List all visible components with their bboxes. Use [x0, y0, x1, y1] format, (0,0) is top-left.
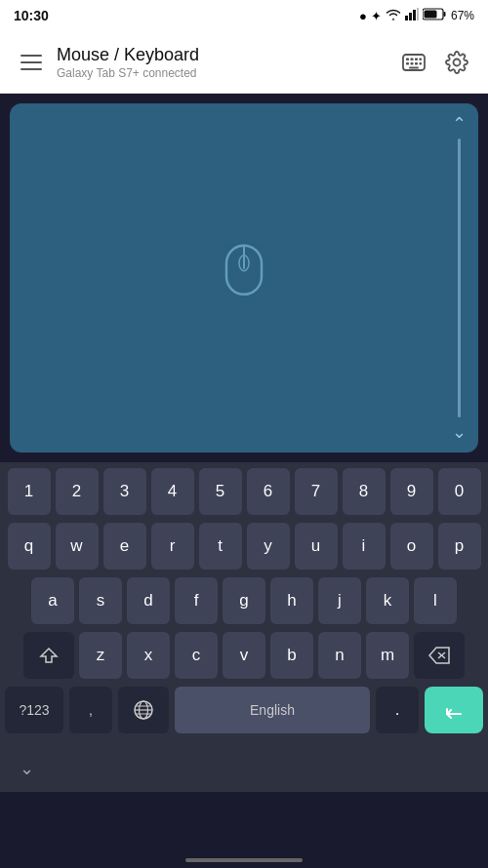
key-t[interactable]: t — [199, 523, 242, 570]
bottom-bar: ⌄ — [0, 745, 488, 792]
svg-rect-15 — [420, 62, 423, 65]
svg-rect-8 — [406, 58, 409, 60]
app-bar: Mouse / Keyboard Galaxy Tab S7+ connecte… — [0, 31, 488, 94]
chevron-down-icon[interactable]: ⌄ — [20, 758, 34, 779]
symbol-key[interactable]: ?123 — [5, 687, 63, 733]
key-0[interactable]: 0 — [438, 468, 481, 515]
backspace-key[interactable] — [414, 632, 465, 679]
bluetooth-icon: ✦ — [371, 9, 382, 23]
status-icons: ● ✦ 67% — [359, 7, 474, 24]
key-e[interactable]: e — [103, 523, 146, 570]
svg-rect-13 — [411, 62, 414, 65]
key-y[interactable]: y — [247, 523, 290, 570]
status-bar: 10:30 ● ✦ 67% — [0, 0, 488, 31]
key-x[interactable]: x — [127, 632, 170, 679]
app-bar-title-block: Mouse / Keyboard Galaxy Tab S7+ connecte… — [57, 45, 394, 80]
key-2[interactable]: 2 — [56, 468, 99, 515]
key-g[interactable]: g — [223, 577, 265, 624]
key-p[interactable]: p — [438, 523, 481, 570]
asdf-row: a s d f g h j k l — [2, 577, 486, 624]
key-s[interactable]: s — [79, 577, 122, 624]
connection-status: Galaxy Tab S7+ connected — [57, 66, 394, 80]
scroll-up-icon[interactable]: ⌃ — [452, 113, 467, 135]
key-5[interactable]: 5 — [199, 468, 242, 515]
home-indicator — [185, 858, 303, 862]
key-6[interactable]: 6 — [247, 468, 290, 515]
zxcv-row: z x c v b n m — [2, 632, 486, 679]
svg-rect-11 — [420, 58, 423, 60]
key-8[interactable]: 8 — [343, 468, 386, 515]
key-4[interactable]: 4 — [151, 468, 194, 515]
battery-percent: 67% — [451, 9, 474, 22]
key-n[interactable]: n — [318, 632, 361, 679]
battery-icon — [423, 8, 446, 23]
bottom-row: ?123 , English . — [2, 687, 486, 733]
key-d[interactable]: d — [127, 577, 170, 624]
smartstay-icon: ● — [359, 9, 367, 23]
key-k[interactable]: k — [366, 577, 409, 624]
keyboard-area: 1 2 3 4 5 6 7 8 9 0 q w e r t y u i o p … — [0, 462, 488, 745]
globe-key[interactable] — [118, 687, 169, 733]
key-o[interactable]: o — [390, 523, 433, 570]
app-bar-actions — [394, 43, 476, 82]
space-key[interactable]: English — [175, 687, 370, 733]
svg-rect-12 — [406, 62, 409, 65]
svg-rect-1 — [409, 13, 412, 20]
key-9[interactable]: 9 — [390, 468, 433, 515]
settings-button[interactable] — [437, 43, 476, 82]
menu-icon — [20, 61, 42, 63]
comma-key[interactable]: , — [69, 687, 112, 733]
menu-icon — [20, 55, 42, 57]
status-time: 10:30 — [14, 8, 49, 23]
svg-rect-9 — [411, 58, 414, 60]
svg-rect-2 — [413, 10, 416, 20]
menu-button[interactable] — [12, 43, 51, 82]
key-b[interactable]: b — [270, 632, 313, 679]
keyboard-button[interactable] — [394, 43, 433, 82]
key-c[interactable]: c — [175, 632, 218, 679]
enter-key[interactable] — [425, 687, 483, 733]
scroll-down-icon[interactable]: ⌄ — [452, 421, 467, 443]
menu-icon — [20, 68, 42, 70]
key-w[interactable]: w — [56, 523, 99, 570]
shift-key[interactable] — [23, 632, 74, 679]
key-u[interactable]: u — [295, 523, 338, 570]
key-r[interactable]: r — [151, 523, 194, 570]
trackpad-area[interactable]: ⌃ ⌄ — [10, 103, 478, 453]
scroll-bar — [458, 138, 461, 417]
key-3[interactable]: 3 — [103, 468, 146, 515]
key-1[interactable]: 1 — [8, 468, 51, 515]
key-q[interactable]: q — [8, 523, 51, 570]
qwerty-row: q w e r t y u i o p — [2, 523, 486, 570]
number-row: 1 2 3 4 5 6 7 8 9 0 — [2, 468, 486, 515]
key-7[interactable]: 7 — [295, 468, 338, 515]
key-i[interactable]: i — [343, 523, 386, 570]
svg-rect-16 — [409, 66, 419, 68]
svg-rect-14 — [415, 62, 418, 65]
page-title: Mouse / Keyboard — [57, 45, 394, 65]
svg-rect-0 — [405, 16, 408, 20]
key-z[interactable]: z — [79, 632, 122, 679]
svg-rect-5 — [443, 12, 445, 17]
period-key[interactable]: . — [376, 687, 419, 733]
key-m[interactable]: m — [366, 632, 409, 679]
signal-icon — [405, 7, 419, 24]
key-v[interactable]: v — [223, 632, 265, 679]
key-h[interactable]: h — [270, 577, 313, 624]
key-j[interactable]: j — [318, 577, 361, 624]
key-f[interactable]: f — [175, 577, 218, 624]
wifi-icon — [386, 7, 401, 24]
key-l[interactable]: l — [414, 577, 457, 624]
key-a[interactable]: a — [31, 577, 74, 624]
svg-rect-3 — [417, 8, 419, 20]
svg-rect-10 — [415, 58, 418, 60]
svg-rect-6 — [424, 11, 436, 19]
mouse-icon — [223, 242, 265, 302]
